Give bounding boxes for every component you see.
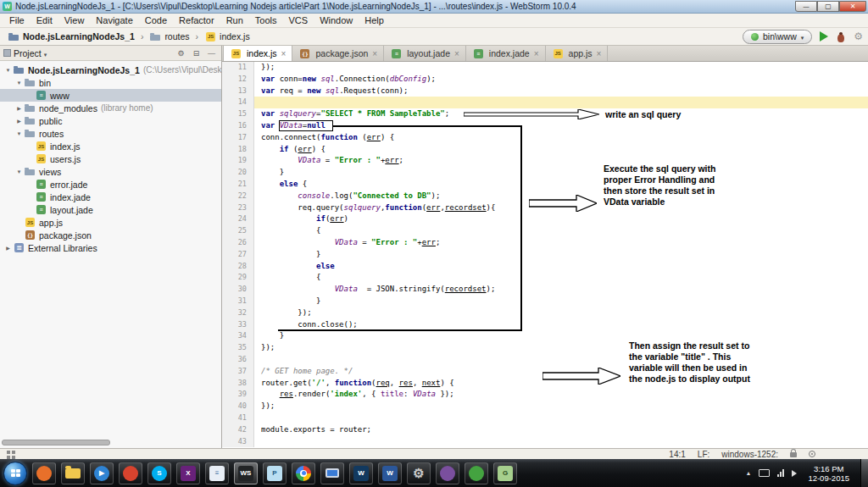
code-line-12[interactable]: 12var conn=new sql.Connection(dbConfig); xyxy=(222,74,868,86)
taskbar-icon-explorer[interactable] xyxy=(61,462,85,484)
collapse-arrow-icon[interactable]: ▼ xyxy=(3,68,13,73)
code-line-18[interactable]: 18 if (err) { xyxy=(222,144,868,156)
tree-item-node.jslearningnodejs-1[interactable]: ▼Node.jsLearningNodeJs_1(C:\Users\Vipul\… xyxy=(0,64,221,76)
code-line-11[interactable]: 11}); xyxy=(222,62,868,74)
expand-arrow-icon[interactable]: ▶ xyxy=(14,105,24,111)
taskbar-icon-skype[interactable]: S xyxy=(147,462,171,484)
close-tab-icon[interactable]: × xyxy=(597,49,602,58)
close-tab-icon[interactable]: × xyxy=(534,49,539,58)
close-button[interactable] xyxy=(839,1,866,12)
menu-item-view[interactable]: View xyxy=(58,14,91,28)
menu-item-run[interactable]: Run xyxy=(220,14,249,28)
menu-item-help[interactable]: Help xyxy=(359,14,390,28)
tree-item-node-modules[interactable]: ▶node_modules(library home) xyxy=(0,102,221,114)
code-line-20[interactable]: 20 } xyxy=(222,167,868,179)
breadcrumb-item-routes[interactable]: routes xyxy=(147,30,192,43)
expand-arrow-icon[interactable]: ▶ xyxy=(3,245,13,251)
project-view-dropdown[interactable]: Project xyxy=(14,48,42,58)
code-line-15[interactable]: 15var sqlquery="SELECT * FROM SampleTabl… xyxy=(222,108,868,120)
tree-item-layout.jade[interactable]: layout.jade xyxy=(0,203,221,216)
code-line-22[interactable]: 22 console.log("Connected to DB"); xyxy=(222,191,868,202)
taskbar-icon-settings[interactable]: ⚙ xyxy=(407,462,431,484)
tab-package.json[interactable]: package.json× xyxy=(292,46,384,61)
code-line-24[interactable]: 24 if(err) xyxy=(222,213,868,225)
code-line-37[interactable]: 37/* GET home page. */ xyxy=(222,366,868,378)
taskbar-icon-visual-studio[interactable]: X xyxy=(176,462,200,484)
menu-item-code[interactable]: Code xyxy=(139,14,173,28)
hide-panel-icon[interactable] xyxy=(205,49,218,58)
collapse-arrow-icon[interactable]: ▼ xyxy=(14,131,24,136)
run-button[interactable] xyxy=(820,31,828,42)
expand-arrow-icon[interactable]: ▶ xyxy=(14,118,24,124)
run-settings-icon[interactable] xyxy=(854,30,863,42)
code-line-19[interactable]: 19 VData = "Error : "+err; xyxy=(222,155,868,167)
tab-index.jade[interactable]: index.jade× xyxy=(466,46,546,61)
collapse-all-icon[interactable] xyxy=(190,49,203,58)
code-line-32[interactable]: 32 }); xyxy=(222,307,868,319)
tree-item-users.js[interactable]: users.js xyxy=(0,152,221,165)
taskbar-icon-paint[interactable]: P xyxy=(263,462,287,484)
tab-layout.jade[interactable]: layout.jade× xyxy=(384,46,466,61)
code-line-43[interactable]: 43 xyxy=(222,436,868,448)
code-line-42[interactable]: 42module.exports = router; xyxy=(222,424,868,436)
code-line-35[interactable]: 35}); xyxy=(222,342,868,354)
collapse-arrow-icon[interactable]: ▼ xyxy=(14,169,24,174)
taskbar-icon-red-app[interactable] xyxy=(119,462,142,484)
code-line-14[interactable]: 14 xyxy=(222,97,868,108)
menu-item-edit[interactable]: Edit xyxy=(31,14,58,28)
tray-volume-icon[interactable] xyxy=(792,470,797,477)
tree-item-public[interactable]: ▶public xyxy=(0,114,221,127)
code-line-38[interactable]: 38router.get('/', function(req, res, nex… xyxy=(222,378,868,390)
tree-item-bin[interactable]: ▼bin xyxy=(0,76,221,89)
code-line-30[interactable]: 30 VData = JSON.stringify(recordset); xyxy=(222,284,868,296)
taskbar-icon-notepad[interactable]: ≡ xyxy=(205,462,229,484)
code-line-33[interactable]: 33 conn.close(); xyxy=(222,319,868,331)
show-desktop-button[interactable] xyxy=(860,459,868,487)
tree-item-package.json[interactable]: package.json xyxy=(0,229,221,241)
tab-index.js[interactable]: index.js× xyxy=(223,46,292,61)
tab-app.js[interactable]: app.js× xyxy=(546,46,609,61)
lock-icon[interactable] xyxy=(790,452,797,457)
project-hscrollbar[interactable] xyxy=(2,440,219,445)
tool-windows-toggle-icon[interactable] xyxy=(7,451,10,454)
breadcrumb-item-index.js[interactable]: index.js xyxy=(202,30,253,43)
code-line-21[interactable]: 21 else { xyxy=(222,179,868,191)
scrollbar-thumb[interactable] xyxy=(2,440,110,445)
code-line-41[interactable]: 41 xyxy=(222,412,868,424)
close-tab-icon[interactable]: × xyxy=(281,49,287,58)
tray-monitor-icon[interactable] xyxy=(759,469,770,477)
taskbar-icon-webstorm[interactable]: WS xyxy=(234,462,258,484)
taskbar-icon-purple-app[interactable] xyxy=(436,462,459,484)
run-config-select[interactable]: bin\www xyxy=(743,30,812,44)
taskbar-icon-word-dark[interactable]: W xyxy=(349,462,373,484)
taskbar-clock[interactable]: 3:16 PM 12-09-2015 xyxy=(804,464,853,483)
taskbar-icon-greenshot[interactable]: G xyxy=(493,462,517,484)
tree-item-external-libraries[interactable]: ▶External Libraries xyxy=(0,241,221,254)
tree-item-app.js[interactable]: app.js xyxy=(0,216,221,229)
taskbar-icon-chrome[interactable] xyxy=(292,462,315,484)
taskbar-icon-word[interactable]: W xyxy=(378,462,402,484)
taskbar-icon-media-player[interactable]: ▶ xyxy=(90,462,114,484)
debug-button[interactable] xyxy=(836,31,846,42)
maximize-button[interactable] xyxy=(817,1,839,12)
code-line-29[interactable]: 29 { xyxy=(222,272,868,284)
collapse-arrow-icon[interactable]: ▼ xyxy=(14,80,24,86)
code-line-36[interactable]: 36 xyxy=(222,354,868,366)
tree-item-routes[interactable]: ▼routes xyxy=(0,127,221,140)
code-line-40[interactable]: 40}); xyxy=(222,401,868,412)
close-tab-icon[interactable]: × xyxy=(454,49,459,58)
taskbar-icon-remote-desktop[interactable] xyxy=(320,462,344,484)
tree-item-www[interactable]: www xyxy=(0,89,221,102)
minimize-button[interactable] xyxy=(795,1,817,12)
code-line-34[interactable]: 34 } xyxy=(222,330,868,342)
code-line-31[interactable]: 31 } xyxy=(222,296,868,307)
start-button[interactable] xyxy=(3,462,27,485)
menu-item-window[interactable]: Window xyxy=(314,14,359,28)
tree-item-index.jade[interactable]: index.jade xyxy=(0,191,221,203)
menu-item-refactor[interactable]: Refactor xyxy=(173,14,220,28)
taskbar-icon-firefox[interactable] xyxy=(32,462,56,484)
menu-item-tools[interactable]: Tools xyxy=(249,14,283,28)
menu-item-navigate[interactable]: Navigate xyxy=(90,14,138,28)
tray-network-icon[interactable] xyxy=(777,469,784,477)
taskbar-icon-green-app[interactable] xyxy=(465,462,488,484)
